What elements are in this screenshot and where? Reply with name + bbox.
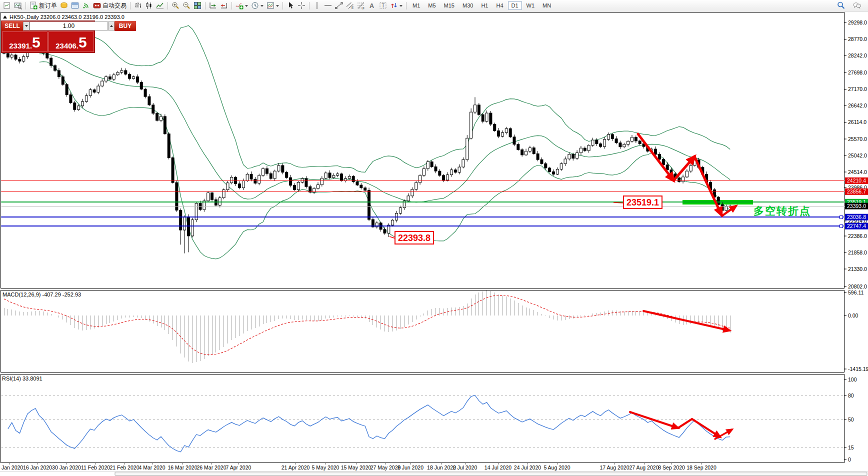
timeframe-m30-button[interactable]: M30 <box>459 1 476 10</box>
crosshair-icon <box>298 2 306 10</box>
chart-title-row: HK50-,Daily 23206.0 23463.0 23196.0 2339… <box>3 14 124 20</box>
new-chart-button[interactable] <box>2 0 12 10</box>
chart-canvas[interactable]: 29298.028770.028242.027698.027170.026642… <box>0 0 868 476</box>
one-click-trading-panel: SELL BUY 23391.5 23406.5 <box>1 20 95 53</box>
signal-icon <box>82 2 90 10</box>
text-label-button[interactable]: T <box>378 0 388 10</box>
svg-text:27170.0: 27170.0 <box>848 86 867 92</box>
volume-decrease-button[interactable] <box>23 22 30 30</box>
fibonacci-button[interactable]: F <box>356 0 366 10</box>
timeframe-m15-button[interactable]: M15 <box>440 1 458 10</box>
sell-price-big-digit: 5 <box>32 35 40 50</box>
search-button[interactable] <box>836 0 846 10</box>
mt4-window: 新订单自动交易EFATM1M5M15M30H1H4D1W1MN 29298.02… <box>0 0 868 476</box>
text-button[interactable]: A <box>367 0 377 10</box>
svg-text:23856.7: 23856.7 <box>847 188 866 194</box>
svg-text:8 Jun 2020: 8 Jun 2020 <box>398 464 424 470</box>
toolbar-separator <box>232 2 232 10</box>
svg-text:14 Jul 2020: 14 Jul 2020 <box>484 464 512 470</box>
svg-text:24514.0: 24514.0 <box>848 169 867 175</box>
channel-button[interactable]: E <box>345 0 355 10</box>
auto-scroll-button[interactable] <box>208 0 218 10</box>
chart-shift-button[interactable] <box>219 0 229 10</box>
svg-text:26642.0: 26642.0 <box>848 102 867 108</box>
candles-chart-button[interactable] <box>144 0 154 10</box>
autotrade-button[interactable]: 自动交易 <box>92 0 128 10</box>
svg-text:5 Aug 2020: 5 Aug 2020 <box>544 464 570 470</box>
timeframe-mn-button[interactable]: MN <box>539 1 554 10</box>
crosshair-button[interactable] <box>296 0 306 10</box>
timeframe-w1-button[interactable]: W1 <box>523 1 538 10</box>
periods-button[interactable] <box>250 0 264 10</box>
terminal-button[interactable] <box>70 0 80 10</box>
arrows-button[interactable] <box>389 0 404 10</box>
svg-text:80: 80 <box>848 392 854 398</box>
svg-text:18 Jun 2020: 18 Jun 2020 <box>427 464 456 470</box>
timeframe-m5-button[interactable]: M5 <box>424 1 439 10</box>
svg-text:596.11: 596.11 <box>848 290 864 296</box>
svg-text:100: 100 <box>848 376 857 382</box>
svg-text:2 Jul 2020: 2 Jul 2020 <box>453 464 478 470</box>
buy-price[interactable]: 23406.5 <box>48 32 94 52</box>
zoom-out-button[interactable] <box>182 0 192 10</box>
svg-text:Jan 2020: Jan 2020 <box>2 464 23 470</box>
indicators-button[interactable] <box>234 0 249 10</box>
timeframe-h1-button[interactable]: H1 <box>478 1 492 10</box>
svg-text:15 May 2020: 15 May 2020 <box>341 464 372 470</box>
caret-down-icon <box>400 5 402 8</box>
svg-text:29298.0: 29298.0 <box>848 20 867 26</box>
timeframe-d1-button[interactable]: D1 <box>508 1 522 10</box>
signal-button[interactable] <box>81 0 91 10</box>
tile-windows-icon <box>194 2 202 10</box>
volume-increase-button[interactable] <box>108 22 114 30</box>
vline-button[interactable] <box>312 0 322 10</box>
collapse-panel-icon[interactable] <box>3 14 7 18</box>
zoom-out-icon <box>182 2 190 10</box>
svg-text:F: F <box>362 6 364 10</box>
svg-text:18 Sep 2020: 18 Sep 2020 <box>686 464 716 470</box>
tile-windows-button[interactable] <box>192 0 202 10</box>
templates-button[interactable] <box>266 0 280 10</box>
line-chart-icon <box>156 2 164 10</box>
timeframe-h4-button[interactable]: H4 <box>492 1 506 10</box>
svg-text:15: 15 <box>848 444 854 450</box>
svg-text:27 May 2020: 27 May 2020 <box>370 464 401 470</box>
volume-input[interactable] <box>30 22 108 30</box>
svg-text:E: E <box>352 6 354 10</box>
arrows-icon <box>390 2 398 10</box>
cursor-button[interactable] <box>286 0 296 10</box>
svg-text:0.00: 0.00 <box>848 312 858 318</box>
profiles-button[interactable] <box>13 0 23 10</box>
line-chart-button[interactable] <box>155 0 165 10</box>
trendline-button[interactable] <box>334 0 344 10</box>
svg-text:23393.0: 23393.0 <box>847 203 866 209</box>
sell-button[interactable]: SELL <box>2 21 23 31</box>
zoom-in-button[interactable] <box>170 0 180 10</box>
fibonacci-icon: F <box>357 2 365 10</box>
svg-text:30 Jan 2020: 30 Jan 2020 <box>52 464 81 470</box>
chat-button[interactable] <box>852 0 862 10</box>
history-center-button[interactable] <box>59 0 69 10</box>
caret-down-icon <box>25 25 28 28</box>
svg-text:25570.0: 25570.0 <box>848 136 867 142</box>
new-order-button[interactable]: 新订单 <box>28 0 58 10</box>
svg-text:23519.1: 23519.1 <box>626 198 659 208</box>
buy-button[interactable]: BUY <box>114 21 136 31</box>
sell-price[interactable]: 23391.5 <box>2 32 48 52</box>
svg-text:26114.0: 26114.0 <box>848 119 866 125</box>
svg-text:11 Feb 2020: 11 Feb 2020 <box>81 464 110 470</box>
hline-button[interactable] <box>323 0 333 10</box>
hline-icon <box>324 2 332 10</box>
timeframe-m1-button[interactable]: M1 <box>409 1 424 10</box>
horizontal-scrollbar-thumb[interactable] <box>115 472 867 476</box>
caret-down-icon <box>276 5 279 8</box>
bars-chart-button[interactable] <box>133 0 143 10</box>
svg-text:21 Feb 2020: 21 Feb 2020 <box>110 464 140 470</box>
caret-up-icon <box>110 24 113 27</box>
svg-text:21858.0: 21858.0 <box>848 250 867 256</box>
chat-icon <box>853 2 861 10</box>
turning-point-annotation[interactable]: 多空转折点 <box>754 205 811 217</box>
bars-chart-icon <box>134 2 142 10</box>
main-toolbar: 新订单自动交易EFATM1M5M15M30H1H4D1W1MN <box>0 0 868 12</box>
svg-text:A: A <box>370 2 374 10</box>
